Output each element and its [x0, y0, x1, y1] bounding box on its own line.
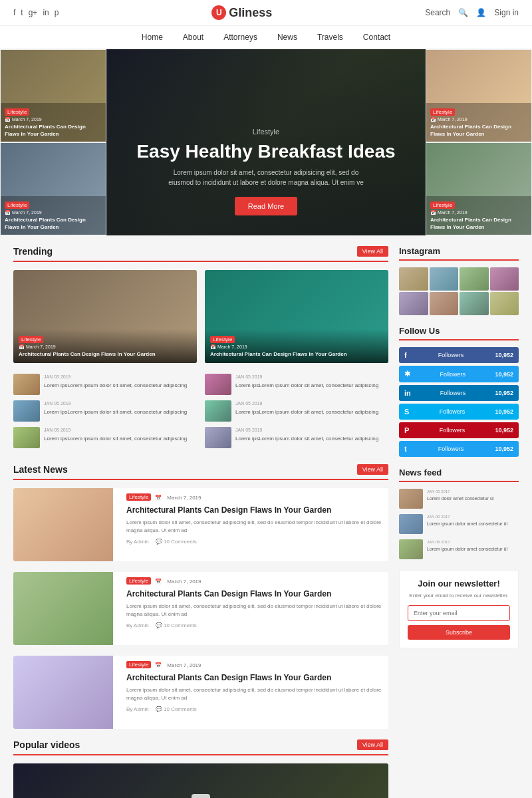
nav-about[interactable]: About — [183, 33, 203, 42]
follow-twitter[interactable]: t Followers 10,952 — [399, 441, 519, 457]
hero-desc: Lorem ipsum dolor sit amet, consectetur … — [166, 168, 366, 188]
follow-skype[interactable]: S Followers 10,952 — [399, 404, 519, 420]
list-text: JAN 05 2019Lorem ipsLorem ipsum dolor si… — [44, 427, 187, 442]
instagram-item-6[interactable] — [430, 292, 459, 315]
follow-label: Followers — [440, 408, 466, 415]
video-thumbnail[interactable]: 🎬 — [13, 763, 388, 798]
news-item-3[interactable]: Lifestyle 📅 March 7, 2019 Architectural … — [13, 656, 388, 729]
facebook-icon: f — [404, 351, 407, 359]
hero-card-3[interactable]: Lifestyle 📅 March 7, 2019 Architectural … — [426, 49, 532, 142]
instagram-item-5[interactable] — [399, 292, 428, 315]
news-title: Architectural Plants Can Design Flaws In… — [126, 672, 383, 684]
topbar-right: Search 🔍 👤 Sign in — [425, 8, 519, 17]
popular-videos: Popular videos View All 🎬 — [13, 739, 388, 798]
newsletter-email-input[interactable] — [408, 605, 510, 621]
news-item-2-content: Lifestyle 📅 March 7, 2019 Architectural … — [121, 572, 388, 645]
follow-twitter2[interactable]: ✱ Followers 10,952 — [399, 366, 519, 382]
top-bar: f t g+ in p U Gliness Search 🔍 👤 Sign in — [0, 0, 532, 26]
list-text: JAN 05 2019Lorem ipsLorem ipsum dolor si… — [235, 374, 378, 389]
hero-card-4[interactable]: Lifestyle 📅 March 7, 2019 Architectural … — [426, 142, 532, 235]
list-item[interactable]: JAN 05 2019Lorem ipsLorem ipsum dolor si… — [13, 427, 197, 448]
follow-facebook[interactable]: f Followers 10,952 — [399, 347, 519, 363]
newsfeed-title: News feed — [399, 467, 519, 482]
trending-card-1[interactable]: Lifestyle 📅 March 7, 2019 Architectural … — [13, 270, 197, 363]
hero-card-2[interactable]: Lifestyle 📅 March 7, 2019 Architectural … — [0, 142, 106, 235]
list-thumb — [205, 427, 231, 448]
instagram-item-8[interactable] — [490, 292, 519, 315]
news-footer: By Admin 💬 10 Comments — [126, 706, 383, 712]
news-excerpt: Lorem ipsum dolor sit amet, consectetur … — [126, 602, 383, 618]
news-img — [13, 572, 113, 645]
feed-thumb — [399, 489, 423, 509]
follow-pinterest[interactable]: P Followers 10,952 — [399, 422, 519, 438]
hero-card-1-overlay: Lifestyle 📅 March 7, 2019 Architectural … — [1, 103, 106, 142]
follow-label: Followers — [440, 390, 466, 396]
news-item-1[interactable]: Lifestyle 📅 March 7, 2019 Architectural … — [13, 488, 388, 561]
follow-linkedin[interactable]: in Followers 10,952 — [399, 385, 519, 401]
signin-label[interactable]: Sign in — [494, 8, 519, 17]
social-icons: f t g+ in p — [13, 8, 59, 17]
hero-center: Lifestyle Easy Healthy Breakfast Ideas L… — [106, 49, 426, 235]
follow-count: 10,952 — [495, 352, 513, 358]
popular-videos-view-all[interactable]: View All — [357, 739, 388, 750]
follow-count: 10,952 — [495, 446, 513, 452]
feed-date: JAN 00 2017 — [427, 514, 507, 519]
list-item[interactable]: JAN 05 2019Lorem ipsLorem ipsum dolor si… — [13, 374, 197, 395]
nav-home[interactable]: Home — [142, 33, 163, 42]
instagram-item-4[interactable] — [490, 267, 519, 291]
nav-travels[interactable]: Travels — [317, 33, 343, 42]
nav-attorneys[interactable]: Attorneys — [223, 33, 257, 42]
badge: Lifestyle — [5, 201, 29, 209]
badge: Lifestyle — [210, 336, 235, 343]
follow-label: Followers — [438, 446, 464, 452]
nav-news[interactable]: News — [277, 33, 297, 42]
nav-contact[interactable]: Contact — [363, 33, 390, 42]
list-item[interactable]: JAN 05 2019Lorem ipsLorem ipsum dolor si… — [13, 400, 197, 422]
pinterest-icon[interactable]: p — [55, 8, 59, 17]
logo[interactable]: U Gliness — [211, 5, 272, 20]
trending-card-2[interactable]: Lifestyle 📅 March 7, 2019 Architectural … — [205, 270, 388, 363]
calendar-icon: 📅 — [155, 579, 162, 585]
popular-videos-header: Popular videos View All — [13, 739, 388, 755]
badge: Lifestyle — [430, 108, 455, 116]
instagram-title: Instagram — [399, 246, 519, 261]
linkedin-icon[interactable]: in — [43, 8, 49, 17]
card-date: 📅 March 7, 2019 — [430, 117, 527, 122]
latest-news-view-all[interactable]: View All — [357, 464, 388, 475]
twitter-icon[interactable]: t — [21, 8, 23, 17]
newsletter-subscribe-button[interactable]: Subscribe — [408, 625, 510, 640]
news-item-2[interactable]: Lifestyle 📅 March 7, 2019 Architectural … — [13, 572, 388, 645]
instagram-item-2[interactable] — [430, 267, 459, 291]
pinterest-icon: P — [404, 426, 409, 434]
main-nav: Home About Attorneys News Travels Contac… — [0, 26, 532, 49]
follow-label: Followers — [440, 427, 466, 434]
facebook-icon[interactable]: f — [13, 8, 15, 17]
news-comments: 💬 10 Comments — [156, 539, 197, 545]
search-label[interactable]: Search — [425, 8, 450, 17]
card-date: 📅 March 7, 2019 — [210, 344, 383, 350]
instagram-item-1[interactable] — [399, 267, 428, 291]
newsfeed-section: News feed JAN 05 2017 Lorem dolor amet c… — [399, 467, 519, 559]
search-icon[interactable]: 🔍 — [458, 8, 468, 17]
instagram-item-7[interactable] — [460, 292, 489, 315]
feed-item-1[interactable]: JAN 05 2017 Lorem dolor amet consectetur… — [399, 489, 519, 509]
follow-us-section: Follow Us f Followers 10,952 ✱ Followers… — [399, 326, 519, 457]
list-text: JAN 05 2019Lorem ipsLorem ipsum dolor si… — [235, 427, 378, 442]
list-item[interactable]: JAN 05 2019Lorem ipsLorem ipsum dolor si… — [205, 427, 388, 448]
list-item[interactable]: JAN 05 2019Lorem ipsLorem ipsum dolor si… — [205, 400, 388, 422]
feed-item-3[interactable]: JAN 06 2017 Lorem ipsum dolor amet conse… — [399, 539, 519, 559]
instagram-item-3[interactable] — [460, 267, 489, 291]
news-date: March 7, 2019 — [167, 579, 201, 585]
news-footer: By Admin 💬 10 Comments — [126, 622, 383, 628]
trending-title: Trending — [13, 246, 53, 257]
feed-item-2[interactable]: JAN 00 2017 Lorem ipsum dolor amet conse… — [399, 514, 519, 534]
googleplus-icon[interactable]: g+ — [29, 8, 38, 17]
twitter-icon: t — [404, 445, 407, 453]
read-more-button[interactable]: Read More — [235, 197, 297, 215]
list-item[interactable]: JAN 05 2019Lorem ipsLorem ipsum dolor si… — [205, 374, 388, 395]
list-text: JAN 05 2019Lorem ipsLorem ipsum dolor si… — [44, 374, 187, 389]
trending-card-2-overlay: Lifestyle 📅 March 7, 2019 Architectural … — [205, 329, 388, 363]
hero-card-1[interactable]: Lifestyle 📅 March 7, 2019 Architectural … — [0, 49, 106, 142]
trending-view-all[interactable]: View All — [357, 246, 388, 257]
instagram-grid — [399, 267, 519, 315]
